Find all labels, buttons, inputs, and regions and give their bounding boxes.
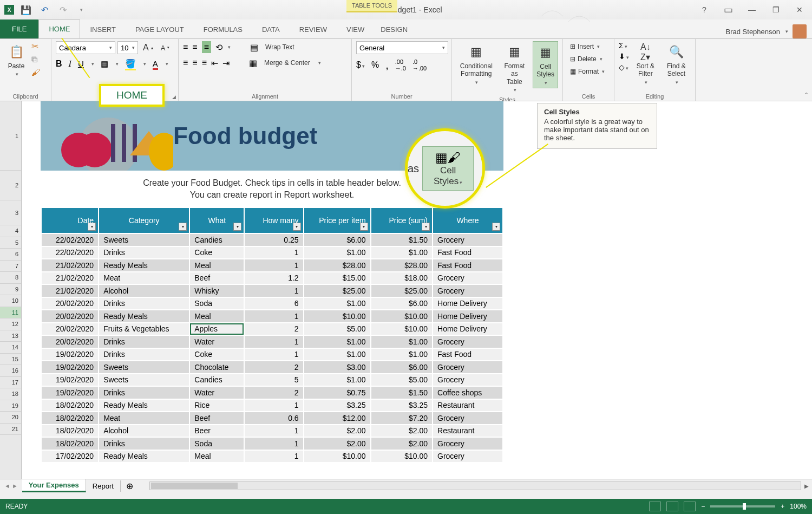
cell-category[interactable]: Meat (99, 412, 189, 424)
cell-qty[interactable]: 1 (245, 247, 303, 259)
cell-qty[interactable]: 1 (245, 310, 303, 322)
cell-category[interactable]: Ready Meals (99, 451, 189, 463)
table-row[interactable]: 18/02/2020MeatBeef0.6$12.00$7.20Grocery (42, 412, 502, 424)
table-row[interactable]: 22/02/2020SweetsCandies0.25$6.00$1.50Gro… (42, 234, 502, 246)
cell-sum[interactable]: $5.00 (371, 374, 432, 386)
cell-sum[interactable]: $18.00 (371, 272, 432, 284)
table-row[interactable]: 19/02/2020DrinksWater2$0.75$1.50Coffee s… (42, 387, 502, 399)
zoom-out-icon[interactable]: − (701, 503, 705, 510)
format-button[interactable]: ▦Format▾ (567, 66, 607, 77)
cell-where[interactable]: Restaurant (433, 400, 502, 412)
cell-qty[interactable]: 2 (245, 323, 303, 335)
cell-sum[interactable]: $10.00 (371, 323, 432, 335)
increase-decimal-icon[interactable]: .00→.0 (395, 58, 406, 71)
wrap-text-button[interactable]: Wrap Text (263, 42, 297, 53)
header-price-item[interactable]: Price per item▾ (304, 208, 370, 233)
table-row[interactable]: 19/02/2020SweetsChocolate2$3.00$6.00Groc… (42, 361, 502, 373)
cell-qty[interactable]: 5 (245, 374, 303, 386)
tab-review[interactable]: REVIEW (290, 21, 337, 38)
cell-category[interactable]: Alcohol (99, 425, 189, 437)
comma-icon[interactable]: , (385, 59, 389, 71)
cell-qty[interactable]: 1 (245, 336, 303, 348)
paste-button[interactable]: 📋 Paste ▾ (4, 41, 28, 79)
cell-price[interactable]: $3.00 (304, 361, 370, 373)
collapse-ribbon-icon[interactable]: ⌃ (804, 92, 809, 99)
header-how-many[interactable]: How many▾ (245, 208, 303, 233)
cell-date[interactable]: 17/02/2020 (42, 451, 98, 463)
align-bottom-icon[interactable]: ≡ (202, 41, 211, 53)
table-row[interactable]: 20/02/2020Ready MealsMeal1$10.00$10.00Ho… (42, 310, 502, 322)
filter-icon[interactable]: ▾ (422, 223, 430, 231)
tab-home[interactable]: HOME (38, 19, 80, 38)
cell-what[interactable]: Beef (190, 412, 244, 424)
table-row[interactable]: 20/02/2020Fruits & VegetablesApples2$5.0… (42, 323, 502, 335)
row-header[interactable]: 13 (0, 330, 21, 342)
cell-date[interactable]: 20/02/2020 (42, 336, 98, 348)
row-header[interactable]: 18 (0, 388, 21, 400)
cell-what[interactable]: Candies (190, 234, 244, 246)
data-table[interactable]: Date▾ Category▾ What▾ How many▾ Price pe… (41, 207, 503, 463)
cell-category[interactable]: Fruits & Vegetables (99, 323, 189, 335)
chevron-down-icon[interactable]: ▾ (785, 29, 788, 34)
cell-price[interactable]: $10.00 (304, 451, 370, 463)
header-category[interactable]: Category▾ (99, 208, 189, 233)
cell-what[interactable]: Coke (190, 247, 244, 259)
cell-sum[interactable]: $1.00 (371, 336, 432, 348)
format-as-table-button[interactable]: ▦ Format as Table▾ (500, 41, 530, 95)
cell-price[interactable]: $2.00 (304, 438, 370, 450)
tab-data[interactable]: DATA (252, 21, 290, 38)
cell-category[interactable]: Drinks (99, 298, 189, 310)
cell-qty[interactable]: 1 (245, 438, 303, 450)
delete-button[interactable]: ⊟Delete▾ (567, 54, 605, 64)
row-header[interactable]: 8 (0, 272, 21, 284)
cell-where[interactable]: Fast Food (433, 259, 502, 271)
cell-price[interactable]: $2.00 (304, 425, 370, 437)
row-header[interactable]: 4 (0, 225, 21, 237)
cell-qty[interactable]: 1 (245, 259, 303, 271)
table-row[interactable]: 19/02/2020SweetsCandies5$1.00$5.00Grocer… (42, 374, 502, 386)
cell-what[interactable]: Rice (190, 400, 244, 412)
align-top-icon[interactable]: ≡ (183, 42, 188, 52)
clear-icon[interactable]: ◇▾ (619, 63, 629, 71)
row-header[interactable]: 15 (0, 354, 21, 366)
row-header[interactable]: 7 (0, 261, 21, 272)
cell-date[interactable]: 20/02/2020 (42, 310, 98, 322)
cell-what[interactable]: Chocolate (190, 361, 244, 373)
bold-icon[interactable]: B (56, 59, 62, 69)
row-header[interactable]: 6 (0, 249, 21, 261)
cell-qty[interactable]: 2 (245, 387, 303, 399)
cell-sum[interactable]: $6.00 (371, 361, 432, 373)
sheet-nav[interactable]: ◄ ► (0, 483, 22, 489)
header-price-sum[interactable]: Price (sum)▾ (371, 208, 432, 233)
cell-sum[interactable]: $1.00 (371, 349, 432, 361)
user-name[interactable]: Brad Stephenson (726, 28, 780, 36)
tab-page-layout[interactable]: PAGE LAYOUT (126, 21, 194, 38)
row-header[interactable]: 1 (0, 101, 21, 171)
scroll-right-icon[interactable]: ▶ (801, 483, 812, 489)
minimize-icon[interactable]: — (744, 2, 760, 18)
cell-price[interactable]: $25.00 (304, 285, 370, 297)
align-middle-icon[interactable]: ≡ (192, 42, 197, 52)
cell-sum[interactable]: $10.00 (371, 310, 432, 322)
cell-qty[interactable]: 1.2 (245, 272, 303, 284)
font-color-icon[interactable]: A (153, 59, 158, 68)
table-row[interactable]: 18/02/2020AlcoholBeer1$2.00$2.00Restaura… (42, 425, 502, 437)
cell-date[interactable]: 21/02/2020 (42, 272, 98, 284)
cell-sum[interactable]: $2.00 (371, 438, 432, 450)
table-row[interactable]: 21/02/2020AlcoholWhisky1$25.00$25.00Groc… (42, 285, 502, 297)
row-header[interactable]: 5 (0, 237, 21, 249)
align-right-icon[interactable]: ≡ (202, 58, 207, 68)
table-row[interactable]: 17/02/2020Ready MealsMeal1$10.00$10.00Gr… (42, 451, 502, 463)
cell-price[interactable]: $1.00 (304, 247, 370, 259)
filter-icon[interactable]: ▾ (179, 223, 187, 231)
cell-where[interactable]: Grocery (433, 336, 502, 348)
zoom-in-icon[interactable]: + (781, 503, 784, 510)
horizontal-scrollbar[interactable] (149, 482, 801, 490)
sort-filter-button[interactable]: A↓Z▾ Sort & Filter▾ (632, 41, 659, 87)
zoom-level[interactable]: 100% (790, 503, 807, 510)
restore-icon[interactable]: ❐ (768, 2, 784, 18)
align-center-icon[interactable]: ≡ (192, 58, 197, 68)
cell-what[interactable]: Coke (190, 349, 244, 361)
cell-date[interactable]: 19/02/2020 (42, 387, 98, 399)
cell-sum[interactable]: $25.00 (371, 285, 432, 297)
